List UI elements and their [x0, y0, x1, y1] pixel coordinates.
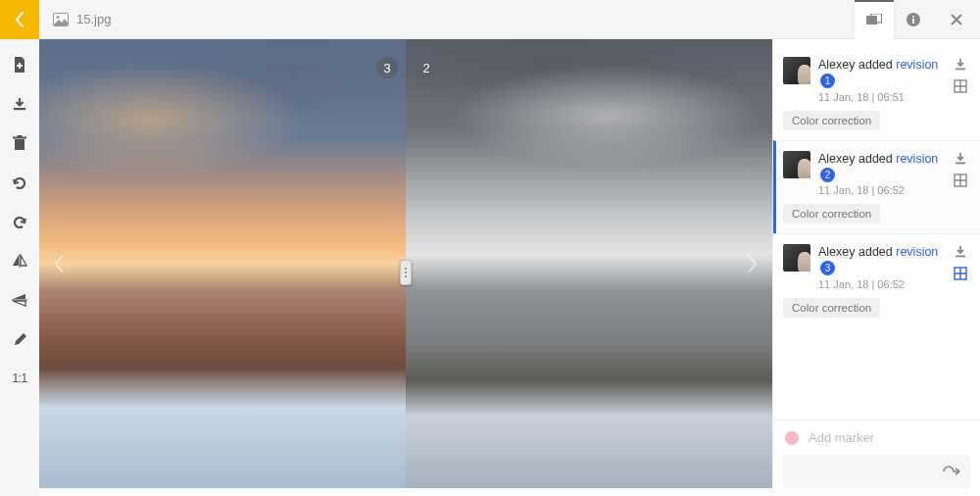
revision-compare-button[interactable]	[953, 78, 968, 94]
avatar	[783, 151, 810, 178]
download-button[interactable]	[10, 94, 29, 114]
close-icon	[950, 13, 963, 26]
revision-link[interactable]: revision	[896, 245, 938, 259]
download-icon	[954, 152, 967, 166]
next-image-button[interactable]	[735, 246, 770, 281]
revision-number-badge: 2	[820, 168, 835, 182]
revision-link[interactable]: revision	[896, 152, 938, 166]
revision-compare-button[interactable]	[953, 266, 968, 281]
file-info: 15.jpg	[39, 12, 855, 26]
close-button[interactable]	[937, 0, 976, 39]
svg-point-5	[912, 15, 914, 17]
revision-item[interactable]: Alexey added revision 3 11 Jan, 18 | 06:…	[773, 233, 980, 327]
redo-button[interactable]	[10, 173, 29, 192]
compare-icon	[866, 14, 882, 27]
svg-rect-7	[14, 108, 25, 110]
comment-input[interactable]	[783, 455, 970, 488]
revision-compare-button[interactable]	[953, 173, 968, 188]
svg-rect-6	[912, 19, 914, 24]
avatar	[783, 57, 810, 84]
filename: 15.jpg	[76, 12, 111, 26]
revision-title: Alexey added revision 1	[818, 57, 945, 89]
svg-rect-8	[15, 139, 24, 150]
avatar	[783, 244, 810, 272]
download-icon	[954, 245, 967, 259]
compare-right-pane	[406, 39, 772, 488]
revisions-sidebar: Alexey added revision 1 11 Jan, 18 | 06:…	[772, 39, 980, 496]
compare-left-badge: 3	[376, 57, 398, 78]
chevron-right-icon	[746, 252, 760, 275]
compare-tab[interactable]	[855, 0, 894, 39]
image-viewer: 3 2	[39, 39, 772, 496]
compare-left-pane	[39, 39, 406, 488]
add-marker-row[interactable]: Add marker	[773, 420, 980, 455]
flip-vertical-button[interactable]	[10, 251, 29, 271]
revision-number-badge: 1	[820, 74, 835, 88]
info-button[interactable]	[894, 0, 933, 39]
compare-view[interactable]: 3 2	[39, 39, 772, 488]
revision-title: Alexey added revision 3	[818, 244, 945, 276]
main: 1:1 3 2	[0, 39, 980, 496]
svg-rect-2	[866, 16, 877, 25]
chevron-left-icon	[14, 11, 25, 28]
undo-button[interactable]	[10, 212, 29, 231]
info-icon	[906, 12, 921, 27]
revisions-list: Alexey added revision 1 11 Jan, 18 | 06:…	[773, 39, 980, 420]
revision-item[interactable]: Alexey added revision 1 11 Jan, 18 | 06:…	[773, 47, 980, 140]
delete-button[interactable]	[10, 133, 29, 153]
compare-slider-handle[interactable]	[400, 260, 412, 285]
revision-title: Alexey added revision 2	[818, 151, 945, 183]
download-icon	[954, 58, 967, 72]
prev-image-button[interactable]	[41, 246, 76, 281]
left-toolbar: 1:1	[0, 39, 39, 496]
chevron-left-icon	[52, 252, 66, 275]
submit-icon	[943, 466, 960, 477]
revision-timestamp: 11 Jan, 18 | 06:51	[818, 91, 945, 103]
add-marker-placeholder: Add marker	[808, 430, 968, 445]
grid-icon	[954, 267, 967, 280]
add-file-button[interactable]	[10, 55, 29, 74]
revision-tag[interactable]: Color correction	[783, 298, 880, 318]
revision-link[interactable]: revision	[896, 58, 938, 72]
compare-right-badge: 2	[416, 57, 437, 78]
marker-color-dot	[785, 431, 799, 445]
revision-item[interactable]: Alexey added revision 2 11 Jan, 18 | 06:…	[773, 140, 980, 234]
revision-timestamp: 11 Jan, 18 | 06:52	[818, 278, 945, 290]
revision-tag[interactable]: Color correction	[783, 204, 880, 223]
svg-rect-10	[18, 135, 23, 137]
revision-timestamp: 11 Jan, 18 | 06:52	[818, 184, 945, 196]
svg-rect-11	[956, 69, 965, 71]
revision-download-button[interactable]	[953, 151, 968, 167]
revision-number-badge: 3	[820, 261, 835, 275]
flip-horizontal-button[interactable]	[10, 290, 29, 310]
zoom-ratio-button[interactable]: 1:1	[10, 369, 29, 388]
header-actions	[855, 0, 980, 39]
back-button[interactable]	[0, 0, 39, 39]
revision-download-button[interactable]	[953, 57, 968, 73]
app-header: 15.jpg	[0, 0, 980, 39]
svg-rect-15	[956, 256, 965, 258]
grid-icon	[954, 174, 967, 187]
image-icon	[53, 13, 69, 26]
edit-button[interactable]	[10, 329, 29, 349]
revision-download-button[interactable]	[953, 244, 968, 260]
svg-rect-13	[956, 162, 965, 164]
svg-point-1	[57, 16, 60, 19]
revision-tag[interactable]: Color correction	[783, 111, 880, 130]
grid-icon	[954, 79, 967, 93]
